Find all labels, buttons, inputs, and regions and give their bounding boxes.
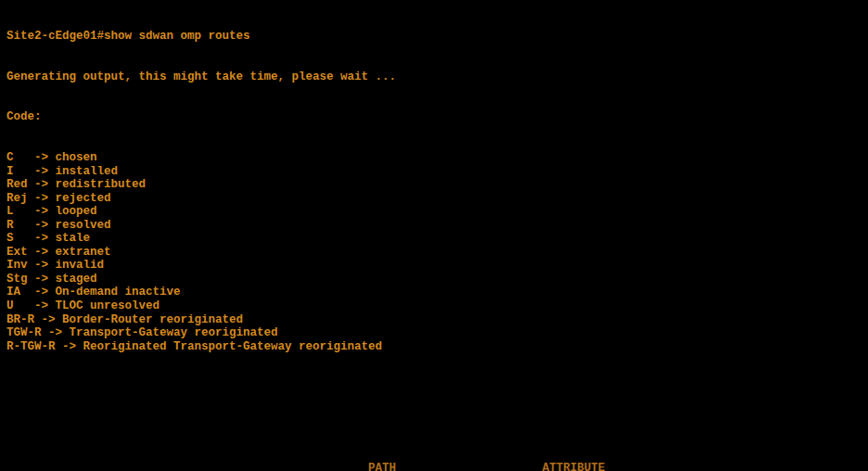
legend-line: S -> stale	[6, 232, 868, 246]
legend-line: Stg -> staged	[6, 273, 868, 286]
legend-code: I	[6, 165, 14, 178]
legend-code: IA	[6, 286, 20, 299]
legend-code: L	[6, 205, 14, 218]
legend-code: U	[6, 299, 14, 312]
legend-meaning: chosen	[56, 151, 97, 164]
legend-meaning: On-demand inactive	[56, 286, 181, 299]
legend-line: IA -> On-demand inactive	[6, 286, 868, 299]
legend-meaning: extranet	[56, 246, 111, 259]
legend-meaning: staged	[56, 273, 97, 286]
legend-code: R	[6, 219, 14, 232]
legend-meaning: Transport-Gateway reoriginated	[70, 326, 278, 339]
legend-meaning: looped	[56, 205, 97, 218]
legend-code: Stg	[6, 273, 28, 286]
legend-meaning: Reoriginated Transport-Gateway reorigina…	[83, 340, 383, 353]
legend-meaning: resolved	[56, 219, 111, 232]
legend-code: Ext	[6, 246, 28, 259]
legend-code: Red	[6, 178, 28, 191]
legend-code: C	[6, 151, 14, 164]
legend-code: R-TGW-R	[6, 340, 56, 353]
legend-line: Inv -> invalid	[6, 259, 868, 273]
legend-line: U -> TLOC unresolved	[6, 299, 868, 313]
generating-message: Generating output, this might take time,…	[6, 70, 868, 84]
legend-line: L -> looped	[6, 205, 868, 219]
terminal-window[interactable]: Site2-cEdge01#show sdwan omp routes Gene…	[0, 0, 868, 471]
table-group-header: PATH ATTRIBUTE	[6, 462, 868, 471]
legend-meaning: Border-Router reoriginated	[62, 313, 243, 326]
legend-meaning: redistributed	[56, 178, 147, 191]
legend-line: R -> resolved	[6, 219, 868, 233]
legend-code: Inv	[6, 259, 28, 272]
code-legend: C -> chosenI -> installedRed -> redistri…	[6, 151, 868, 353]
legend-line: Rej -> rejected	[6, 192, 868, 206]
group-header-path: PATH	[368, 462, 396, 471]
command-line: Site2-cEdge01#show sdwan omp routes	[6, 30, 868, 44]
legend-line: Red -> redistributed	[6, 178, 868, 192]
legend-line: C -> chosen	[6, 151, 868, 165]
legend-line: BR-R -> Border-Router reoriginated	[6, 313, 868, 327]
legend-meaning: stale	[56, 232, 91, 245]
legend-meaning: installed	[56, 165, 119, 178]
blank-line	[6, 421, 868, 435]
legend-meaning: invalid	[56, 259, 105, 272]
legend-code: Rej	[6, 192, 28, 205]
legend-code: S	[6, 232, 14, 245]
legend-line: R-TGW-R -> Reoriginated Transport-Gatewa…	[6, 340, 868, 354]
legend-code: TGW-R	[6, 326, 42, 339]
command-text: show sdwan omp routes	[104, 30, 250, 43]
legend-meaning: rejected	[56, 192, 111, 205]
legend-line: Ext -> extranet	[6, 246, 868, 260]
legend-code: BR-R	[6, 313, 34, 326]
prompt-label: Site2-cEdge01#	[6, 30, 104, 43]
legend-meaning: TLOC unresolved	[56, 299, 160, 312]
code-heading: Code:	[6, 110, 868, 124]
legend-line: I -> installed	[6, 165, 868, 179]
group-header-attribute: ATTRIBUTE	[542, 462, 606, 471]
blank-line	[6, 380, 868, 394]
legend-line: TGW-R -> Transport-Gateway reoriginated	[6, 326, 868, 340]
